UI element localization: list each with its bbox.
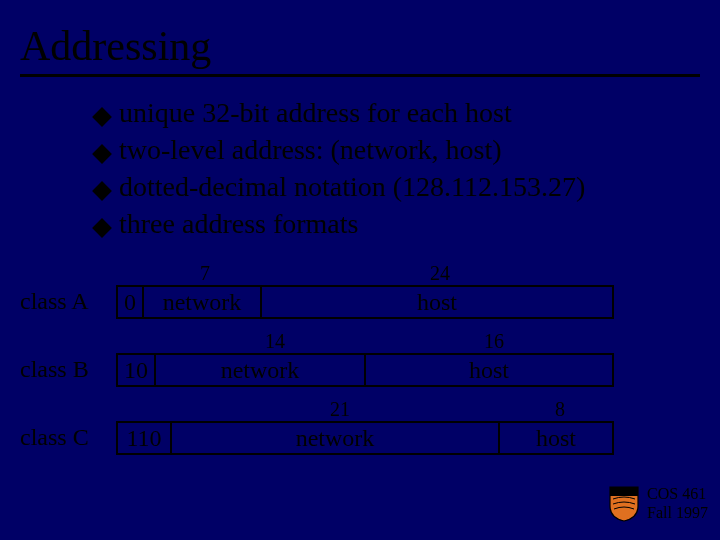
- list-item: three address formats: [95, 206, 720, 241]
- diamond-icon: [92, 218, 112, 238]
- list-item: two-level address: (network, host): [95, 132, 720, 167]
- list-item: unique 32-bit address for each host: [95, 95, 720, 130]
- bit-count-label: 16: [484, 330, 504, 353]
- bit-count-label: 21: [330, 398, 350, 421]
- term-label: Fall 1997: [647, 504, 708, 522]
- course-code: COS 461: [647, 485, 708, 503]
- prefix-cell: 0: [116, 285, 144, 319]
- title-underline: [20, 74, 700, 77]
- host-cell: host: [366, 353, 614, 387]
- diamond-icon: [92, 181, 112, 201]
- class-a-box: 0 network host: [116, 285, 614, 319]
- host-cell: host: [262, 285, 614, 319]
- diamond-icon: [92, 144, 112, 164]
- network-cell: network: [144, 285, 262, 319]
- slide-title: Addressing: [20, 22, 700, 70]
- list-item: dotted-decimal notation (128.112.153.27): [95, 169, 720, 204]
- class-a-row: 7 24 class A 0 network host: [0, 255, 720, 323]
- footer-text: COS 461 Fall 1997: [647, 485, 708, 522]
- bullet-text: two-level address: (network, host): [119, 132, 502, 167]
- bullet-text: dotted-decimal notation (128.112.153.27): [119, 169, 585, 204]
- prefix-cell: 110: [116, 421, 172, 455]
- shield-icon: [609, 486, 639, 522]
- class-b-box: 10 network host: [116, 353, 614, 387]
- slide: Addressing unique 32-bit address for eac…: [0, 0, 720, 540]
- class-label: class B: [20, 356, 89, 383]
- host-cell: host: [500, 421, 614, 455]
- bit-count-label: 8: [555, 398, 565, 421]
- class-label: class C: [20, 424, 89, 451]
- bullet-text: three address formats: [119, 206, 358, 241]
- title-area: Addressing: [0, 0, 720, 77]
- bit-count-label: 7: [200, 262, 210, 285]
- bullet-list: unique 32-bit address for each host two-…: [95, 95, 720, 241]
- network-cell: network: [156, 353, 366, 387]
- address-formats: 7 24 class A 0 network host 14 16 class …: [0, 255, 720, 459]
- bullet-text: unique 32-bit address for each host: [119, 95, 512, 130]
- class-c-box: 110 network host: [116, 421, 614, 455]
- bit-count-label: 24: [430, 262, 450, 285]
- class-b-row: 14 16 class B 10 network host: [0, 323, 720, 391]
- class-label: class A: [20, 288, 89, 315]
- network-cell: network: [172, 421, 500, 455]
- class-c-row: 21 8 class C 110 network host: [0, 391, 720, 459]
- bit-count-label: 14: [265, 330, 285, 353]
- footer: COS 461 Fall 1997: [609, 485, 708, 522]
- diamond-icon: [92, 107, 112, 127]
- prefix-cell: 10: [116, 353, 156, 387]
